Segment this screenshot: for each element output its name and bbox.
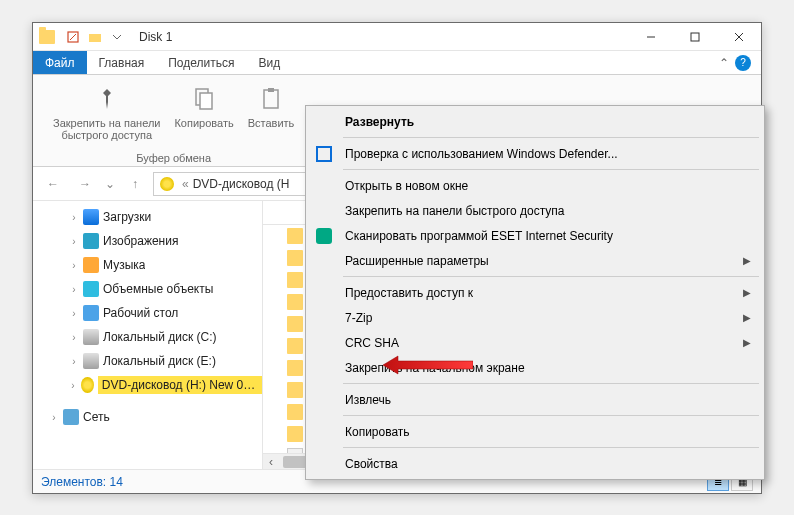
- maximize-button[interactable]: [673, 23, 717, 51]
- menu-defender[interactable]: Проверка с использованием Windows Defend…: [309, 141, 761, 166]
- tab-file[interactable]: Файл: [33, 51, 87, 74]
- paste-button[interactable]: Вставить: [244, 79, 299, 133]
- close-button[interactable]: [717, 23, 761, 51]
- submenu-arrow-icon: ▶: [743, 287, 751, 298]
- nav-disk-c[interactable]: ›Локальный диск (C:): [33, 325, 262, 349]
- file-icon: [287, 338, 303, 354]
- forward-button[interactable]: →: [71, 172, 99, 196]
- tab-view[interactable]: Вид: [246, 51, 292, 74]
- menu-give-access[interactable]: Предоставить доступ к▶: [309, 280, 761, 305]
- explorer-window: Disk 1 Файл Главная Поделиться Вид ⌃ ? З…: [32, 22, 762, 494]
- menu-crc-sha[interactable]: CRC SHA▶: [309, 330, 761, 355]
- objects3d-icon: [83, 281, 99, 297]
- minimize-button[interactable]: [629, 23, 673, 51]
- svg-rect-7: [268, 88, 274, 92]
- file-icon: [287, 294, 303, 310]
- disk-icon: [83, 329, 99, 345]
- nav-objects[interactable]: ›Объемные объекты: [33, 277, 262, 301]
- pin-quickaccess-button[interactable]: Закрепить на панели быстрого доступа: [49, 79, 164, 145]
- downloads-icon: [83, 209, 99, 225]
- network-icon: [63, 409, 79, 425]
- nav-downloads[interactable]: ›Загрузки: [33, 205, 262, 229]
- copy-label: Копировать: [174, 117, 233, 129]
- nav-dvd[interactable]: ›DVD-дисковод (H:) New 07.05.2020: [33, 373, 262, 397]
- context-menu: Развернуть Проверка с использованием Win…: [305, 105, 765, 480]
- qat-properties-icon[interactable]: [65, 29, 81, 45]
- menu-eject[interactable]: Извлечь: [309, 387, 761, 412]
- ribbon-tabs: Файл Главная Поделиться Вид ⌃ ?: [33, 51, 761, 75]
- svg-rect-6: [264, 90, 278, 108]
- file-icon: [287, 272, 303, 288]
- scroll-left-icon[interactable]: ‹: [263, 454, 279, 469]
- menu-7zip[interactable]: 7-Zip▶: [309, 305, 761, 330]
- menu-pin-quick[interactable]: Закрепить на панели быстрого доступа: [309, 198, 761, 223]
- tab-home[interactable]: Главная: [87, 51, 157, 74]
- quick-access-toolbar: [65, 29, 125, 45]
- menu-pin-start[interactable]: Закрепить на начальном экране: [309, 355, 761, 380]
- pin-icon: [91, 83, 123, 115]
- shield-icon: [316, 146, 332, 162]
- help-icon[interactable]: ?: [735, 55, 751, 71]
- pin-label: Закрепить на панели быстрого доступа: [53, 117, 160, 141]
- svg-rect-1: [89, 34, 101, 42]
- navigation-pane: ›Загрузки ›Изображения ›Музыка ›Объемные…: [33, 201, 263, 469]
- menu-expand[interactable]: Развернуть: [309, 109, 761, 134]
- images-icon: [83, 233, 99, 249]
- submenu-arrow-icon: ▶: [743, 337, 751, 348]
- disk-icon: [83, 353, 99, 369]
- submenu-arrow-icon: ▶: [743, 255, 751, 266]
- group-clipboard-label: Буфер обмена: [41, 152, 306, 164]
- submenu-arrow-icon: ▶: [743, 312, 751, 323]
- item-count: Элементов: 14: [41, 475, 123, 489]
- menu-properties[interactable]: Свойства: [309, 451, 761, 476]
- breadcrumb[interactable]: «DVD-дисковод (H: [178, 177, 289, 191]
- nav-disk-e[interactable]: ›Локальный диск (E:): [33, 349, 262, 373]
- file-icon: [287, 426, 303, 442]
- title-bar: Disk 1: [33, 23, 761, 51]
- nav-music[interactable]: ›Музыка: [33, 253, 262, 277]
- copy-icon: [188, 83, 220, 115]
- file-icon: [287, 382, 303, 398]
- file-icon: [287, 404, 303, 420]
- file-icon: [287, 228, 303, 244]
- dvd-icon: [160, 177, 174, 191]
- music-icon: [83, 257, 99, 273]
- menu-copy[interactable]: Копировать: [309, 419, 761, 444]
- dvd-icon: [81, 377, 94, 393]
- menu-new-window[interactable]: Открыть в новом окне: [309, 173, 761, 198]
- up-button[interactable]: ↑: [121, 172, 149, 196]
- nav-images[interactable]: ›Изображения: [33, 229, 262, 253]
- svg-rect-3: [691, 33, 699, 41]
- menu-eset[interactable]: Сканировать программой ESET Internet Sec…: [309, 223, 761, 248]
- qat-dropdown-icon[interactable]: [109, 29, 125, 45]
- ribbon-group-clipboard: Закрепить на панели быстрого доступа Коп…: [41, 79, 306, 162]
- recent-dropdown[interactable]: ⌄: [103, 172, 117, 196]
- file-icon: [287, 360, 303, 376]
- paste-label: Вставить: [248, 117, 295, 129]
- nav-network[interactable]: ›Сеть: [33, 405, 262, 429]
- back-button[interactable]: ←: [39, 172, 67, 196]
- ribbon-help: ⌃ ?: [719, 51, 761, 74]
- paste-icon: [255, 83, 287, 115]
- collapse-ribbon-icon[interactable]: ⌃: [719, 56, 729, 70]
- tab-share[interactable]: Поделиться: [156, 51, 246, 74]
- file-icon: [287, 250, 303, 266]
- nav-desktop[interactable]: ›Рабочий стол: [33, 301, 262, 325]
- folder-icon: [39, 30, 55, 44]
- copy-button[interactable]: Копировать: [170, 79, 237, 133]
- file-icon: [287, 316, 303, 332]
- window-controls: [629, 23, 761, 51]
- desktop-icon: [83, 305, 99, 321]
- menu-advanced[interactable]: Расширенные параметры▶: [309, 248, 761, 273]
- eset-icon: [316, 228, 332, 244]
- window-title: Disk 1: [139, 30, 172, 44]
- svg-rect-5: [200, 93, 212, 109]
- qat-newfolder-icon[interactable]: [87, 29, 103, 45]
